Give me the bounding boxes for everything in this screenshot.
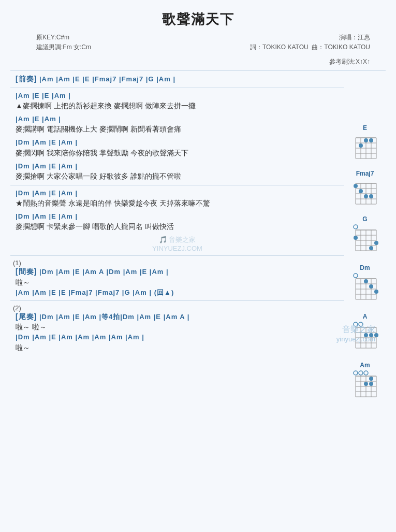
outro-lyric2: 啦～ (16, 342, 344, 353)
footer-url: yinyuezj.com (336, 335, 375, 343)
svg-point-53 (369, 284, 373, 289)
interlude-chords2: |Am |Am |E |E |Fmaj7 |Fmaj7 |G |Am | (回▲… (16, 288, 344, 297)
verse2-block2: |Dm |Am |E |Am | 麥擱想啊 卡緊來參一腳 唱歌的人攏同名 叫做快… (10, 212, 344, 232)
interlude-chords1: [間奏] |Dm |Am |E |Am A |Dm |Am |E |Am | (16, 267, 344, 277)
v1-chord4: |Dm |Am |E |Am | (16, 162, 344, 171)
outro-lyric1: 啦～ 啦～ (16, 322, 344, 333)
svg-point-38 (354, 236, 358, 240)
interlude-chord-line1: |Dm |Am |E |Am A |Dm |Am |E |Am | (39, 268, 169, 276)
song-title: 歌聲滿天下 (10, 10, 386, 28)
meta-right: 演唱：江惠 詞：TOKIKO KATOU 曲：TOKIKO KATOU (250, 33, 370, 52)
chord-Fmaj7-svg (351, 178, 378, 207)
watermark-text: 音樂之家 (169, 236, 196, 243)
chord-Fmaj7: Fmaj7 (347, 170, 383, 209)
v2-chord1: |Dm |Am |E |Am | (16, 189, 344, 198)
svg-point-23 (354, 184, 358, 188)
svg-point-71 (359, 371, 363, 375)
outro-chords2: |Dm |Am |E |Am |Am |Am |Am |Am | (16, 333, 344, 342)
svg-point-11 (364, 138, 368, 142)
svg-point-25 (364, 194, 368, 198)
svg-point-39 (374, 241, 378, 245)
chord-G: G (347, 215, 383, 258)
svg-point-83 (369, 377, 373, 381)
page-container: 歌聲滿天下 原KEY:C#m 建議男調:Fm 女:Cm 演唱：江惠 詞：TOKI… (10, 10, 386, 353)
prelude-chord-line: |Am |Am |E |E |Fmaj7 |Fmaj7 |G |Am | (39, 75, 175, 83)
svg-point-54 (374, 290, 378, 294)
chord-E-svg (351, 133, 378, 162)
original-key: 原KEY:C#m (36, 33, 91, 42)
watermark: 🎵 音樂之家 YINYUEZJ.COM (10, 235, 344, 252)
interlude-lyric1: 啦～ (16, 277, 344, 288)
divider-2 (10, 185, 344, 185)
chord-G-svg (351, 224, 378, 256)
interlude-number: (1) (13, 259, 344, 267)
watermark-icon: 🎵 (159, 236, 167, 243)
svg-point-10 (359, 143, 363, 148)
verse1-block4: |Dm |Am |E |Am | 麥擱搶啊 大家公家唱一段 好歌彼多 誰點的攏不… (10, 162, 344, 182)
lyrics-by: 詞：TOKIKO KATOU 曲：TOKIKO KATOU (250, 42, 370, 52)
svg-point-24 (359, 189, 363, 193)
svg-point-85 (369, 382, 373, 386)
svg-point-26 (369, 194, 373, 198)
svg-point-27 (354, 225, 358, 229)
outro-label: [尾奏] (16, 312, 37, 321)
verse1-block1: |Am |E |E |Am | ▲麥擱揀啊 上把的新衫趕來換 麥擱想啊 做陣來去… (10, 91, 344, 111)
footer-logo-text: 音樂之家 (336, 324, 375, 335)
outro-chord-line1: |Dm |Am |E |Am |等4拍|Dm |Am |E |Am A | (39, 313, 190, 321)
prelude-section: [前奏] |Am |Am |E |E |Fmaj7 |Fmaj7 |G |Am … (10, 74, 344, 84)
outro-number: (2) (13, 304, 344, 312)
verse1-block2: |Am |E |Am | 麥擱講啊 電話關機你上大 麥擱鬧啊 新聞看著頭會痛 (10, 114, 344, 135)
v2-lyric1: ★鬧熱的音樂聲 永遠是咱的伴 快樂愛趁今夜 天掉落來嘛不驚 (16, 198, 344, 209)
divider-1 (10, 88, 344, 88)
v1-lyric2: 麥擱講啊 電話關機你上大 麥擱鬧啊 新聞看著頭會痛 (16, 124, 344, 135)
svg-point-12 (369, 138, 373, 142)
svg-point-40 (369, 246, 373, 250)
chord-diagrams: E Fmaj7 (347, 124, 383, 410)
footer-logo: 音樂之家 yinyuezj.com (336, 324, 375, 343)
svg-point-52 (364, 279, 368, 283)
chord-Dm: Dm (347, 264, 383, 307)
chord-Dm-svg (351, 272, 378, 305)
outro-chords1: [尾奏] |Dm |Am |E |Am |等4拍|Dm |Am |E |Am A… (16, 312, 344, 322)
svg-point-70 (354, 371, 358, 375)
meta-left: 原KEY:C#m 建議男調:Fm 女:Cm (36, 33, 91, 52)
chord-E: E (347, 124, 383, 164)
content-area: [前奏] |Am |Am |E |E |Fmaj7 |Fmaj7 |G |Am … (10, 74, 344, 353)
divider-3 (10, 255, 344, 256)
verse2-block1: |Dm |Am |E |Am | ★鬧熱的音樂聲 永遠是咱的伴 快樂愛趁今夜 天… (10, 189, 344, 209)
v2-lyric2: 麥擱想啊 卡緊來參一腳 唱歌的人攏同名 叫做快活 (16, 221, 344, 232)
divider-4 (10, 300, 344, 301)
chord-Am: Am (347, 362, 383, 404)
interlude-label: [間奏] (16, 267, 37, 276)
svg-point-41 (354, 274, 358, 278)
interlude-section: (1) [間奏] |Dm |Am |E |Am A |Dm |Am |E |Am… (10, 259, 344, 297)
v1-lyric3: 麥擱閃啊 我來陪你你陪我 掌聲鼓勵 今夜的歌聲滿天下 (16, 148, 344, 159)
performer: 演唱：江惠 (250, 33, 370, 42)
v2-chord2: |Dm |Am |E |Am | (16, 212, 344, 221)
svg-point-72 (364, 371, 368, 375)
outro-section: (2) [尾奏] |Dm |Am |E |Am |等4拍|Dm |Am |E |… (10, 304, 344, 353)
tempo-ref: 參考刷法:X↑X↑ (10, 57, 370, 66)
v1-chord1: |Am |E |E |Am | (16, 91, 344, 100)
v1-chord3: |Dm |Am |E |Am | (16, 138, 344, 147)
v1-lyric1: ▲麥擱揀啊 上把的新衫趕來換 麥擱想啊 做陣來去拼一攤 (16, 100, 344, 111)
prelude-chords: [前奏] |Am |Am |E |E |Fmaj7 |Fmaj7 |G |Am … (16, 74, 344, 84)
prelude-label: [前奏] (16, 75, 37, 83)
suggested-key: 建議男調:Fm 女:Cm (36, 42, 91, 52)
v1-lyric4: 麥擱搶啊 大家公家唱一段 好歌彼多 誰點的攏不管啦 (16, 171, 344, 182)
verse1-block3: |Dm |Am |E |Am | 麥擱閃啊 我來陪你你陪我 掌聲鼓勵 今夜的歌聲… (10, 138, 344, 158)
watermark-url: YINYUEZJ.COM (152, 245, 202, 252)
v1-chord2: |Am |E |Am | (16, 114, 344, 124)
divider-top (10, 70, 386, 71)
chord-Am-svg (351, 370, 378, 402)
svg-point-84 (364, 382, 368, 386)
